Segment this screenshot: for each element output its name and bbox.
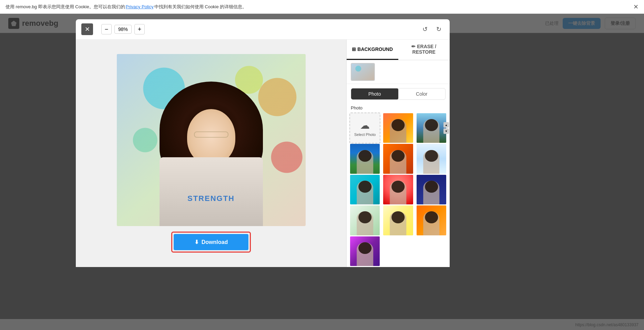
background-photo-grid: ☁ Select Photo <box>347 113 450 267</box>
bg-thumb-11 <box>417 205 446 235</box>
redo-button[interactable]: ↻ <box>433 24 444 35</box>
editor-modal: ✕ − 98% + ↺ ↻ <box>76 19 450 267</box>
color-toggle-button[interactable]: Color <box>398 88 446 99</box>
bg-photo-2[interactable] <box>416 113 447 143</box>
main-image: STRENGTH <box>117 54 306 226</box>
zoom-controls: − 98% + <box>101 24 145 34</box>
zoom-in-button[interactable]: + <box>134 24 145 34</box>
bg-photo-8[interactable] <box>416 174 447 205</box>
bg-photo-9[interactable] <box>349 205 380 236</box>
bg-photo-10[interactable] <box>382 205 413 236</box>
download-highlight: ⬇ Download <box>171 232 251 253</box>
bg-thumb-1 <box>383 113 413 143</box>
undo-redo-controls: ↺ ↻ <box>419 24 444 35</box>
bg-thumb-10 <box>383 205 413 235</box>
bg-thumb-8 <box>417 175 446 204</box>
modal-body: STRENGTH ⬇ Download ⊞ BACK <box>76 40 450 267</box>
bg-thumb-7 <box>383 175 413 204</box>
panel-scroll-up-button[interactable]: ▲ <box>443 122 449 128</box>
bg-thumb-12 <box>350 236 380 266</box>
tab-erase-restore[interactable]: ✏ ERASE / RESTORE <box>398 40 450 60</box>
download-icon: ⬇ <box>194 239 199 245</box>
bg-thumb-3 <box>350 144 380 173</box>
cookie-bar: 使用 remove.bg 即表示您同意使用 Cookie。您可以在我们的 Pri… <box>0 0 644 14</box>
bg-thumb-5 <box>417 144 446 173</box>
download-label: Download <box>202 239 228 245</box>
undo-button[interactable]: ↺ <box>419 24 430 35</box>
right-panel: ⊞ BACKGROUND ✏ ERASE / RESTORE Photo Col… <box>346 40 450 267</box>
bg-thumb-6 <box>350 175 380 204</box>
photo-section-label: Photo <box>347 104 450 113</box>
bg-photo-6[interactable] <box>349 174 380 205</box>
cookie-close-button[interactable]: ✕ <box>633 3 638 11</box>
privacy-policy-link[interactable]: Privacy Policy <box>126 4 154 9</box>
panel-scroll-down-button[interactable]: ▼ <box>443 128 449 134</box>
photo-face <box>187 109 235 164</box>
upload-cloud-icon: ☁ <box>360 120 370 131</box>
panel-thumbnail-row <box>347 60 450 84</box>
background-tab-label: BACKGROUND <box>357 46 393 52</box>
tab-background[interactable]: ⊞ BACKGROUND <box>347 40 398 60</box>
panel-tabs: ⊞ BACKGROUND ✏ ERASE / RESTORE <box>347 40 450 60</box>
bg-photo-12[interactable] <box>349 236 380 267</box>
bg-thumb-9 <box>350 205 380 235</box>
photo-toggle-button[interactable]: Photo <box>351 88 398 99</box>
panel-thumbnail <box>351 63 375 81</box>
photo-shirt: STRENGTH <box>160 157 263 226</box>
select-photo-item[interactable]: ☁ Select Photo <box>349 113 380 143</box>
bg-thumb-2 <box>417 113 446 143</box>
bg-photo-4[interactable] <box>382 143 413 174</box>
bg-photo-5[interactable] <box>416 143 447 174</box>
panel-thumb-image <box>351 64 374 80</box>
download-button[interactable]: ⬇ Download <box>174 234 248 250</box>
cookie-text: 使用 remove.bg 即表示您同意使用 Cookie。您可以在我们的 <box>6 4 125 10</box>
bg-photo-1[interactable] <box>382 113 413 143</box>
bg-photo-3[interactable] <box>349 143 380 174</box>
background-tab-icon: ⊞ <box>352 46 357 52</box>
modal-header: ✕ − 98% + ↺ ↻ <box>76 19 450 40</box>
erase-icon: ✏ <box>411 44 417 49</box>
bg-photo-7[interactable] <box>382 174 413 205</box>
bg-thumb-4 <box>383 144 413 173</box>
photo-color-toggle: Photo Color <box>351 88 446 100</box>
shirt-text: STRENGTH <box>187 194 235 203</box>
cookie-text2: 中找到有关我们如何使用 Cookie 的详细信息。 <box>154 4 247 10</box>
zoom-out-button[interactable]: − <box>101 24 112 34</box>
bg-photo-11[interactable] <box>416 205 447 236</box>
image-area: STRENGTH ⬇ Download <box>76 40 346 267</box>
download-button-container: ⬇ Download <box>81 232 341 253</box>
modal-close-button[interactable]: ✕ <box>81 23 93 35</box>
zoom-value: 98% <box>114 25 132 34</box>
select-photo-label: Select Photo <box>354 132 376 137</box>
